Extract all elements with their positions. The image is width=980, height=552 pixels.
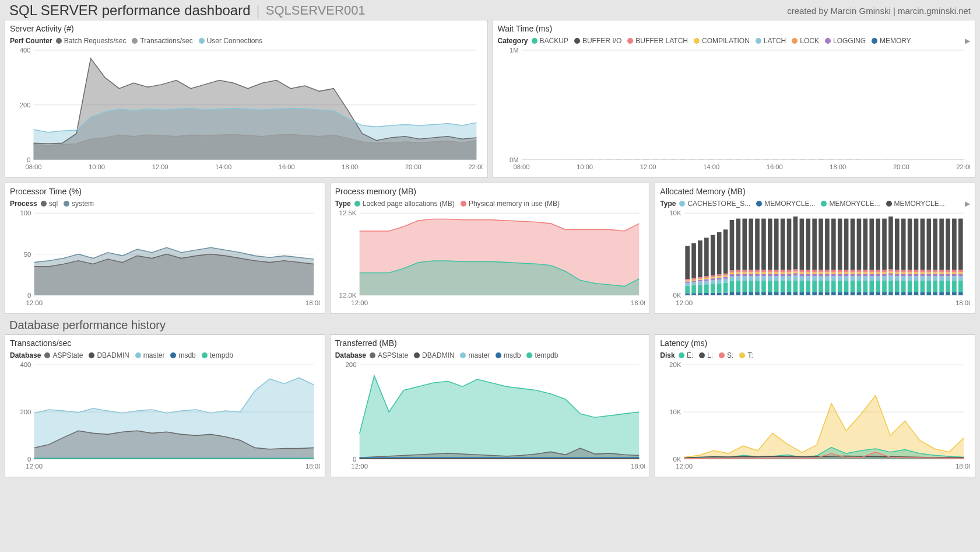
legend-item[interactable]: LATCH [756,37,786,45]
svg-rect-412 [711,280,715,284]
legend-item[interactable]: sql [41,200,58,208]
legend-item[interactable]: tempdb [202,351,233,359]
svg-rect-542 [825,218,830,270]
legend-item[interactable]: DBADMIN [89,351,129,359]
svg-rect-644 [921,274,925,276]
legend-item[interactable]: msdb [496,351,521,359]
svg-text:16:00: 16:00 [766,163,782,170]
legend-swatch [627,38,633,44]
svg-rect-628 [908,281,912,292]
svg-rect-601 [883,276,887,281]
legend-text: msdb [178,351,195,359]
chart-title: Process memory (MB) [335,187,645,196]
svg-text:400: 400 [20,362,31,368]
legend-item[interactable]: BACKUP [532,37,568,45]
legend: CategoryBACKUPBUFFER I/OBUFFER LATCHCOMP… [498,37,971,45]
svg-rect-394 [692,278,697,280]
svg-rect-645 [921,272,925,274]
legend-item[interactable]: E: [679,351,693,359]
svg-rect-638 [914,272,919,274]
svg-rect-668 [940,218,944,270]
legend-item[interactable]: master [135,351,165,359]
legend-item[interactable]: LOCK [792,37,819,45]
more-icon[interactable]: ▶ [965,200,970,208]
svg-text:08:00: 08:00 [26,163,42,170]
svg-text:0K: 0K [673,456,682,463]
chart-svg: 12.0K12.5K12:0018:00 [335,210,645,308]
legend-swatch [202,352,208,358]
svg-rect-392 [692,281,697,282]
svg-rect-673 [946,272,951,274]
svg-rect-430 [723,229,728,273]
legend-swatch [496,352,501,358]
legend-item[interactable]: CACHESTORE_S... [679,200,750,208]
legend-label: Category [498,37,528,45]
legend-item[interactable]: Physical memory in use (MB) [461,200,560,208]
svg-rect-536 [825,292,830,295]
svg-text:12:00: 12:00 [640,163,656,170]
legend-item[interactable]: DBADMIN [414,351,454,359]
svg-rect-556 [838,218,842,270]
legend-item[interactable]: User Connections [199,37,262,45]
svg-rect-678 [952,276,957,281]
legend-item[interactable]: T: [739,351,753,359]
svg-rect-524 [813,276,817,281]
svg-text:12.0K: 12.0K [339,292,356,299]
legend-item[interactable]: BUFFER I/O [574,37,621,45]
svg-rect-559 [844,276,849,281]
svg-rect-507 [793,216,798,269]
svg-text:20:00: 20:00 [893,163,909,170]
svg-rect-470 [761,272,766,274]
legend-item[interactable]: MEMORYCLE... [821,200,880,208]
legend-text: ASPState [52,351,83,359]
legend-item[interactable]: Batch Requests/sec [56,37,127,45]
legend-item[interactable]: master [460,351,490,359]
svg-text:400: 400 [20,47,31,54]
svg-rect-656 [933,281,938,292]
legend-text: master [468,351,490,359]
legend-item[interactable]: system [64,200,94,208]
svg-rect-629 [908,276,912,281]
svg-rect-632 [908,270,912,272]
svg-rect-431 [730,292,735,295]
legend-item[interactable]: COMPILATION [694,37,750,45]
svg-text:10K: 10K [669,408,682,415]
svg-rect-401 [698,277,702,279]
svg-rect-500 [787,218,792,270]
svg-rect-409 [704,237,709,276]
legend-item[interactable]: BUFFER LATCH [627,37,688,45]
legend-text: COMPILATION [702,37,750,45]
legend-swatch [719,352,725,358]
legend-item[interactable]: L: [699,351,713,359]
section-title: Database performance history [0,319,980,334]
legend-item[interactable]: msdb [170,351,195,359]
legend-swatch [679,352,684,358]
legend-text: Transactions/sec [140,37,192,45]
svg-rect-527 [813,270,817,272]
legend-item[interactable]: ASPState [44,351,83,359]
more-icon[interactable]: ▶ [965,37,970,45]
legend-item[interactable]: MEMORY [872,37,911,45]
svg-rect-421 [717,276,722,277]
legend-item[interactable]: Locked page allocations (MB) [354,200,455,208]
svg-text:22:00: 22:00 [468,163,482,170]
legend-item[interactable]: S: [719,351,733,359]
legend-item[interactable]: MEMORYCLE... [756,200,815,208]
legend-item[interactable]: Transactions/sec [132,37,192,45]
svg-text:0K: 0K [673,292,682,299]
svg-rect-595 [876,274,881,276]
svg-rect-458 [749,218,754,270]
svg-rect-661 [933,218,938,270]
legend-swatch [532,38,538,44]
svg-rect-509 [800,281,805,292]
svg-rect-588 [870,274,874,276]
legend-item[interactable]: ASPState [370,351,408,359]
svg-rect-671 [946,276,951,281]
svg-rect-544 [831,281,836,292]
legend-item[interactable]: tempdb [526,351,558,359]
legend-item[interactable]: MEMORYCLE... [886,200,945,208]
legend-text: LOGGING [833,37,866,45]
legend-item[interactable]: LOGGING [825,37,866,45]
svg-rect-387 [686,279,690,281]
svg-rect-519 [806,272,811,274]
